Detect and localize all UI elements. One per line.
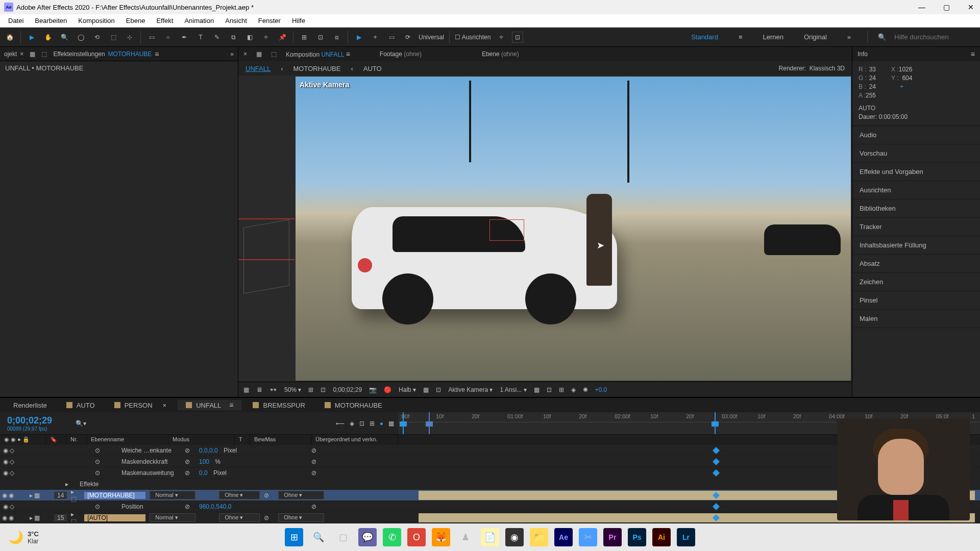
resolution-dropdown[interactable]: Halb ▾ — [399, 386, 416, 393]
panel-content-aware-fill[interactable]: Inhaltsbasierte Füllung — [852, 236, 980, 255]
home-icon[interactable]: 🏠 — [4, 32, 15, 43]
shy-icon[interactable]: ⟵ — [336, 420, 345, 427]
tab-layer[interactable]: Ebene (ohne) — [482, 51, 519, 58]
graph-editor-icon[interactable]: ▦ — [388, 420, 394, 427]
timeline-row[interactable]: ◉ ◉▸ ▦14▸ ⬚[MOTORHAUBE]Normal ▾Ohne ▾⊘Oh… — [0, 490, 980, 501]
weather-widget[interactable]: 🌙 3°C Klar — [8, 530, 39, 545]
fast-preview-icon[interactable]: ⊡ — [547, 386, 552, 393]
workspace-learn[interactable]: Lernen — [758, 31, 787, 43]
whatsapp-icon[interactable]: ✆ — [383, 528, 401, 546]
orbit-tool-icon[interactable]: ◯ — [75, 32, 86, 43]
app-icon[interactable]: ♟ — [456, 528, 475, 546]
menu-layer[interactable]: Ebene — [121, 16, 151, 26]
panel-overflow-icon[interactable]: » — [230, 51, 234, 58]
panel-menu-icon[interactable]: ≡ — [971, 50, 975, 58]
panel-paint[interactable]: Malen — [852, 310, 980, 328]
universal-checkbox[interactable]: Universal — [419, 34, 444, 41]
after-effects-icon[interactable]: Ae — [554, 528, 573, 546]
panel-character[interactable]: Zeichen — [852, 273, 980, 291]
panel-audio[interactable]: Audio — [852, 126, 980, 144]
panel-libraries[interactable]: Bibliotheken — [852, 199, 980, 218]
task-view-icon[interactable]: ▢ — [334, 528, 352, 546]
tab-footage[interactable]: Footage (ohne) — [380, 51, 422, 58]
sync-icon[interactable]: ⟳ — [402, 32, 413, 43]
channel-icon[interactable]: 🔴 — [384, 386, 391, 393]
menu-file[interactable]: Datei — [3, 16, 29, 26]
help-search-input[interactable] — [894, 33, 976, 41]
composition-viewport[interactable]: Aktive Kamera ➤ — [296, 77, 851, 381]
shape-tool-icon[interactable]: ▭ — [146, 32, 157, 43]
flowchart-icon[interactable]: ◈ — [571, 386, 576, 393]
local-axis-icon[interactable]: ⊞ — [299, 32, 310, 43]
menu-window[interactable]: Fenster — [253, 16, 286, 26]
opera-icon[interactable]: O — [407, 528, 426, 546]
illustrator-icon[interactable]: Ai — [652, 528, 671, 546]
draft3d-icon[interactable]: ⊡ — [359, 420, 364, 427]
minimize-button[interactable]: — — [917, 2, 927, 12]
tab-effect-settings[interactable]: Effekteinstellungen MOTORHAUBE ≡ — [53, 50, 159, 58]
transparent-icon[interactable]: ▦ — [423, 386, 429, 393]
maximize-button[interactable]: ▢ — [941, 2, 951, 12]
selection-tool-icon[interactable]: ▶ — [26, 32, 37, 43]
timeline-search-icon[interactable]: 🔍▾ — [76, 420, 86, 427]
keyframe-icon[interactable] — [713, 447, 720, 454]
eraser-tool-icon[interactable]: ◧ — [244, 32, 255, 43]
teams-icon[interactable]: 💬 — [358, 528, 377, 546]
exposure-value[interactable]: +0,0 — [595, 386, 607, 393]
camera-tool-icon[interactable]: ⬚ — [108, 32, 119, 43]
keyframe-icon[interactable] — [713, 458, 720, 465]
panel-effects-presets[interactable]: Effekte und Vorgaben — [852, 163, 980, 181]
grid-icon[interactable]: ⊡ — [321, 386, 326, 393]
box-icon[interactable]: ▭ — [386, 32, 397, 43]
ellipse-tool-icon[interactable]: ○ — [162, 32, 174, 43]
panel-grip-icon[interactable]: ▦ — [30, 51, 35, 58]
timeline-icon[interactable]: ⊞ — [559, 386, 564, 393]
tab-composition[interactable]: Komposition UNFALL ≡ — [286, 50, 350, 58]
timeline-rows[interactable]: ◉ ◇⊙Weiche …enkante⊘0,0,0,0 Pixel⊘◉ ◇⊙Ma… — [0, 445, 980, 522]
app-icon[interactable]: 📄 — [481, 528, 499, 546]
panel-brush[interactable]: Pinsel — [852, 291, 980, 310]
taskbar-search-icon[interactable]: 🔍 — [309, 528, 328, 546]
app-icon[interactable]: ✂ — [579, 528, 597, 546]
lightroom-icon[interactable]: Lr — [677, 528, 695, 546]
pan-behind-tool-icon[interactable]: ⊹ — [124, 32, 135, 43]
rotate-tool-icon[interactable]: ⟲ — [91, 32, 103, 43]
tab-project[interactable]: ojekt× — [4, 51, 23, 58]
chevron-left-icon[interactable]: ‹ — [351, 65, 353, 72]
camera-dropdown[interactable]: Aktive Kamera ▾ — [448, 386, 493, 393]
reset-exp-icon[interactable]: ✺ — [583, 386, 588, 393]
keyframe-icon[interactable] — [713, 503, 720, 510]
workspace-standard[interactable]: Standard — [687, 31, 722, 43]
premiere-icon[interactable]: Pr — [603, 528, 622, 546]
brush-tool-icon[interactable]: ✎ — [211, 32, 223, 43]
align-checkbox[interactable]: ☐ Ausrichten — [455, 34, 491, 41]
puppet-tool-icon[interactable]: 📌 — [277, 32, 288, 43]
menu-composition[interactable]: Komposition — [73, 16, 120, 26]
menu-edit[interactable]: Bearbeiten — [30, 16, 72, 26]
timeline-row[interactable]: ◉ ◉▸ ▦15▸ ⬚[AUTO]Normal ▾Ohne ▾⊘Ohne ▾ — [0, 512, 980, 522]
view-axis-icon[interactable]: ⧈ — [331, 32, 342, 43]
clone-tool-icon[interactable]: ⧉ — [228, 32, 239, 43]
workspace-menu-icon[interactable]: ≡ — [734, 31, 747, 43]
subnav-unfall[interactable]: UNFALL — [246, 65, 271, 72]
world-axis-icon[interactable]: ⊡ — [315, 32, 326, 43]
viewer-close-icon[interactable]: × — [243, 51, 247, 58]
tl-tab-unfall[interactable]: UNFALL≡ — [178, 400, 241, 410]
pixel-icon[interactable]: ▦ — [534, 386, 540, 393]
current-timecode[interactable]: 0;00;02;29 — [7, 415, 64, 426]
close-button[interactable]: ✕ — [966, 2, 976, 12]
pen-tool-icon[interactable]: ✒ — [179, 32, 190, 43]
subnav-auto[interactable]: AUTO — [363, 65, 382, 72]
menu-effect[interactable]: Effekt — [151, 16, 178, 26]
tl-tab-person[interactable]: PERSON× — [106, 400, 175, 410]
magnet-icon[interactable]: ✧ — [496, 32, 507, 43]
playhead-work-start[interactable] — [403, 412, 404, 434]
playhead-cti[interactable] — [429, 412, 430, 434]
frame-blend-icon[interactable]: ⊞ — [370, 420, 375, 427]
roto-tool-icon[interactable]: ✧ — [260, 32, 272, 43]
snap-icon[interactable]: ⊡ — [512, 32, 523, 43]
region-icon[interactable]: ⊡ — [436, 386, 441, 393]
panel-grip-icon[interactable]: ▦ — [256, 51, 262, 58]
panel-tracker[interactable]: Tracker — [852, 218, 980, 236]
timeline-row[interactable]: ◉ ◇⊙Maskenausweitung⊘0,0 Pixel⊘ — [0, 467, 980, 479]
